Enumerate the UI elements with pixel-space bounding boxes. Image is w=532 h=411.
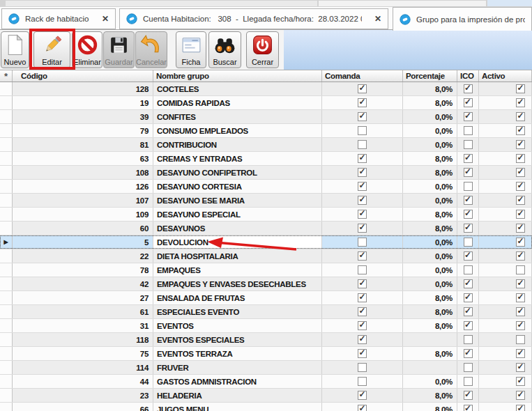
row-selector-cell[interactable] (0, 375, 13, 388)
tab-2[interactable]: Cuenta Habitacion: 308 - Llegada fecha/h… (119, 8, 388, 29)
activo-cell[interactable]: ✓ (479, 347, 532, 360)
activo-checkbox[interactable]: ✓ (516, 84, 525, 93)
nombre-grupo-cell[interactable]: DESAYUNOS (153, 222, 322, 235)
comanda-checkbox[interactable]: ✓ (358, 307, 367, 316)
ico-cell[interactable]: ✓ (457, 194, 479, 207)
ico-cell[interactable]: ✓ (457, 82, 479, 95)
ico-checkbox[interactable]: ✓ (464, 98, 473, 107)
comanda-checkbox[interactable]: ✓ (358, 251, 367, 261)
activo-checkbox[interactable]: ✓ (516, 98, 525, 107)
activo-checkbox[interactable]: ✓ (516, 391, 525, 400)
porcentaje-cell[interactable]: 0,0% (403, 235, 457, 249)
table-row[interactable]: 60DESAYUNOS✓8,0%✓✓ (0, 222, 532, 235)
table-row[interactable]: 118EVENTOS ESPECIALES✓ (0, 333, 532, 347)
nombre-grupo-cell[interactable]: HELADERIA (153, 389, 322, 402)
table-row[interactable]: 78EMPAQUES0,0% (0, 263, 532, 277)
codigo-cell[interactable]: 22 (13, 249, 153, 263)
codigo-cell[interactable]: 114 (13, 361, 153, 374)
eliminar-button[interactable]: Eliminar (72, 31, 102, 68)
ficha-button[interactable]: Ficha (176, 31, 206, 68)
nombre-grupo-cell[interactable]: GASTOS ADMNISTRACION (153, 375, 322, 388)
table-row[interactable]: 126DESAYUNO CORTESIA✓0,0%✓ (0, 180, 532, 194)
row-selector-cell[interactable] (0, 180, 13, 193)
nombre-grupo-cell[interactable]: CREMAS Y ENTRADAS (153, 152, 322, 165)
porcentaje-cell[interactable]: 0,0% (403, 263, 457, 277)
comanda-cell[interactable]: ✓ (322, 333, 403, 346)
row-selector-cell[interactable] (0, 222, 13, 235)
activo-checkbox[interactable]: ✓ (516, 154, 525, 163)
tab-close-icon[interactable]: ✕ (374, 14, 381, 24)
codigo-cell[interactable]: 44 (13, 375, 153, 388)
activo-cell[interactable]: ✓ (479, 235, 532, 249)
porcentaje-cell[interactable]: 8,0% (403, 82, 457, 95)
comanda-checkbox[interactable]: ✓ (358, 98, 367, 107)
codigo-cell[interactable]: 39 (13, 110, 153, 123)
comanda-cell[interactable]: ✓ (322, 347, 403, 360)
comanda-checkbox[interactable]: ✓ (358, 279, 367, 288)
row-selector-cell[interactable] (0, 194, 13, 207)
porcentaje-cell[interactable]: 8,0% (403, 222, 457, 235)
row-selector-cell[interactable] (0, 263, 13, 277)
row-selector-cell[interactable] (0, 403, 13, 411)
ico-cell[interactable]: ✓ (457, 277, 479, 290)
table-row[interactable]: 39CONFITES✓0,0%✓✓ (0, 110, 532, 124)
nombre-grupo-cell[interactable]: EVENTOS (153, 319, 322, 332)
activo-cell[interactable]: ✓ (479, 361, 532, 374)
nombre-grupo-cell[interactable]: CONSUMO EMPLEADOS (153, 124, 322, 137)
comanda-cell[interactable]: ✓ (322, 208, 403, 221)
codigo-cell[interactable]: 19 (13, 96, 153, 109)
ico-cell[interactable] (457, 235, 479, 249)
activo-cell[interactable]: ✓ (479, 96, 532, 109)
activo-checkbox[interactable]: ✓ (516, 349, 525, 358)
table-row[interactable]: 61ESPECIALES EVENTO✓8,0%✓✓ (0, 305, 532, 319)
ico-cell[interactable]: ✓ (457, 208, 479, 221)
activo-checkbox[interactable]: ✓ (516, 140, 525, 149)
activo-cell[interactable]: ✓ (479, 124, 532, 137)
activo-cell[interactable]: ✓ (479, 138, 532, 151)
activo-checkbox[interactable] (516, 335, 525, 344)
row-selector-cell[interactable] (0, 361, 13, 374)
comanda-checkbox[interactable]: ✓ (358, 112, 367, 121)
comanda-checkbox[interactable]: ✓ (358, 224, 367, 233)
ico-checkbox[interactable]: ✓ (464, 84, 473, 93)
ico-cell[interactable]: ✓ (457, 291, 479, 304)
activo-cell[interactable] (479, 333, 532, 346)
comanda-checkbox[interactable]: ✓ (358, 168, 367, 177)
nombre-grupo-cell[interactable]: ESPECIALES EVENTO (153, 305, 322, 318)
nombre-grupo-cell[interactable]: DESAYUNO ESPECIAL (153, 208, 322, 221)
table-row[interactable]: 44GASTOS ADMNISTRACION0,0%✓ (0, 375, 532, 389)
nombre-grupo-cell[interactable]: DESAYUNO CORTESIA (153, 180, 322, 193)
porcentaje-cell[interactable]: 0,0% (403, 138, 457, 151)
porcentaje-cell[interactable]: 0,0% (403, 277, 457, 290)
codigo-cell[interactable]: 108 (13, 166, 153, 179)
row-selector-cell[interactable] (0, 124, 13, 137)
activo-checkbox[interactable]: ✓ (516, 182, 525, 191)
row-selector-cell[interactable]: ▶ (0, 235, 13, 249)
nombre-grupo-cell[interactable]: CONFITES (153, 110, 322, 123)
column-header-nombre[interactable]: Nombre grupo (153, 70, 322, 82)
comanda-cell[interactable] (322, 124, 403, 137)
codigo-cell[interactable]: 31 (13, 319, 153, 332)
column-header-comanda[interactable]: Comanda (322, 70, 403, 82)
row-selector-cell[interactable] (0, 319, 13, 332)
ico-cell[interactable]: ✓ (457, 222, 479, 235)
activo-cell[interactable]: ✓ (479, 403, 532, 411)
porcentaje-cell[interactable]: 8,0% (403, 305, 457, 318)
comanda-checkbox[interactable]: ✓ (358, 84, 367, 93)
row-selector-cell[interactable] (0, 249, 13, 263)
ico-cell[interactable]: ✓ (457, 305, 479, 318)
nombre-grupo-cell[interactable]: COMIDAS RAPIDAS (153, 96, 322, 109)
ico-checkbox[interactable] (464, 140, 473, 149)
ico-cell[interactable] (457, 263, 479, 277)
table-row[interactable]: 114FRUVER✓ (0, 361, 532, 375)
cancelar-button[interactable]: Cancelar (135, 31, 167, 68)
porcentaje-cell[interactable]: 8,0% (403, 291, 457, 304)
nombre-grupo-cell[interactable]: DESAYUNO CONFIPETROL (153, 166, 322, 179)
table-row[interactable]: 19COMIDAS RAPIDAS✓8,0%✓✓ (0, 96, 532, 110)
column-header-porcentaje[interactable]: Porcentaje (403, 70, 457, 82)
activo-checkbox[interactable]: ✓ (516, 363, 525, 372)
ico-checkbox[interactable]: ✓ (464, 154, 473, 163)
codigo-cell[interactable]: 78 (13, 263, 153, 277)
codigo-cell[interactable]: 79 (13, 124, 153, 137)
comanda-cell[interactable]: ✓ (322, 82, 403, 95)
